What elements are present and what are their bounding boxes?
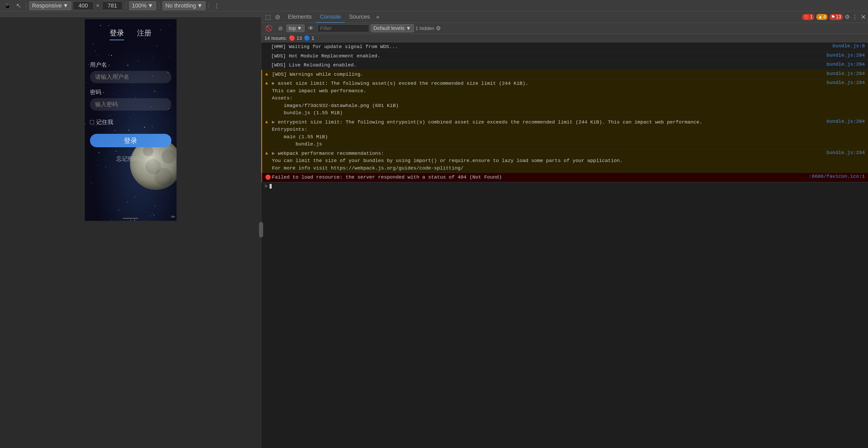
console-source-link[interactable]: bundle.js:284 bbox=[827, 80, 865, 86]
clear-console-button[interactable]: 🚫 bbox=[264, 25, 275, 32]
username-input[interactable] bbox=[90, 71, 172, 83]
log-levels-dropdown[interactable]: Default levels ▼ bbox=[371, 24, 414, 32]
issues-prefix: 14 Issues: bbox=[265, 35, 287, 41]
console-message: entrypoint size limit: The following ent… bbox=[272, 119, 825, 148]
main-content: 登录 注册 用户名 · 密码 · bbox=[0, 11, 868, 448]
cursor-icon[interactable]: ↖ bbox=[14, 2, 23, 10]
console-line-warning: ▲ entrypoint size limit: The following e… bbox=[261, 118, 868, 149]
tab-elements[interactable]: Elements bbox=[284, 11, 316, 23]
separator-4 bbox=[209, 3, 209, 9]
username-label: 用户名 · bbox=[90, 61, 172, 69]
warn-icon: ▲ bbox=[265, 81, 270, 86]
login-tabs: 登录 注册 bbox=[90, 19, 172, 40]
warn-icon: ▲ bbox=[265, 71, 270, 77]
eye-button[interactable]: 👁 bbox=[306, 25, 316, 32]
width-input[interactable] bbox=[73, 1, 94, 10]
console-input-line: > bbox=[261, 182, 868, 190]
console-source-link[interactable]: bundle.js:8 bbox=[833, 43, 865, 49]
drag-dots-icon: · · bbox=[259, 228, 261, 232]
console-cursor bbox=[270, 184, 272, 189]
options-icon[interactable]: ⋮ bbox=[212, 2, 221, 10]
devtools-panel: ⬚ ⊘ Elements Console Sources » 🔴 1 ▲ bbox=[261, 11, 868, 448]
console-line: [WDS] Hot Module Replacement enabled. bu… bbox=[261, 52, 868, 61]
console-prompt: > bbox=[265, 184, 268, 189]
devtools-tab-bar: ⬚ ⊘ Elements Console Sources » 🔴 1 ▲ bbox=[261, 11, 868, 23]
console-output[interactable]: [HMR] Waiting for update signal from WDS… bbox=[261, 42, 868, 448]
chevron-down-icon: ▼ bbox=[197, 2, 203, 9]
responsive-label: Responsive bbox=[32, 2, 62, 9]
console-message: [HMR] Waiting for update signal from WDS… bbox=[271, 43, 831, 51]
more-options-button[interactable]: ⋮ bbox=[852, 14, 858, 21]
chevron-down-icon: ▼ bbox=[63, 2, 68, 9]
close-devtools-button[interactable]: ✕ bbox=[861, 13, 866, 21]
remember-me-group: 记住我 bbox=[90, 118, 172, 126]
filter-toggle-button[interactable]: ⊘ bbox=[276, 25, 285, 32]
edit-icon: ✏ bbox=[171, 214, 176, 220]
console-source-link[interactable]: bundle.js:284 bbox=[827, 119, 865, 124]
devtools-refresh-icon[interactable]: ⊘ bbox=[274, 13, 282, 21]
mobile-icon[interactable]: 📱 bbox=[2, 2, 13, 10]
console-source-link[interactable]: bundle.js:284 bbox=[827, 150, 865, 156]
throttle-value: No throttling bbox=[165, 2, 196, 9]
expand-toggle[interactable]: asset size limit: The following asset(s)… bbox=[272, 81, 528, 116]
resize-handle[interactable]: · · bbox=[259, 222, 261, 237]
toolbar-left: 📱 ↖ Responsive ▼ × 100% ▼ No throttling … bbox=[2, 1, 866, 10]
height-input[interactable] bbox=[102, 1, 123, 10]
issues-warn-count: 🔵 1 bbox=[304, 35, 314, 41]
zoom-value: 100% bbox=[132, 2, 147, 9]
console-message: Failed to load resource: the server resp… bbox=[272, 173, 807, 181]
tab-register[interactable]: 注册 bbox=[137, 28, 152, 40]
warn-badge: ▲ 4 bbox=[816, 14, 828, 20]
tab-sources[interactable]: Sources bbox=[345, 11, 374, 23]
console-source-link[interactable]: bundle.js:284 bbox=[827, 62, 865, 67]
warn-icon: ▲ bbox=[265, 151, 270, 156]
remember-checkbox[interactable] bbox=[90, 120, 94, 124]
mobile-viewport: 登录 注册 用户名 · 密码 · bbox=[85, 19, 177, 221]
console-source-link[interactable]: bundle.js:284 bbox=[827, 53, 865, 58]
viewport-wrapper: 登录 注册 用户名 · 密码 · bbox=[0, 17, 261, 448]
password-label: 密码 · bbox=[90, 88, 172, 96]
context-label: top bbox=[289, 25, 296, 31]
console-source-link[interactable]: bundle.js:284 bbox=[827, 71, 865, 76]
chevron-down-icon: ▼ bbox=[148, 2, 153, 9]
context-dropdown[interactable]: top ▼ bbox=[286, 25, 305, 32]
hidden-count: 1 hidden bbox=[415, 26, 434, 31]
issues-error-count: 🔴 13 bbox=[289, 35, 302, 41]
tab-login[interactable]: 登录 bbox=[110, 28, 124, 40]
expand-toggle[interactable]: entrypoint size limit: The following ent… bbox=[272, 119, 702, 147]
tab-console[interactable]: Console bbox=[316, 11, 345, 23]
error-badge: 🔴 1 bbox=[802, 14, 814, 20]
throttle-dropdown[interactable]: No throttling ▼ bbox=[163, 1, 206, 10]
responsive-dropdown[interactable]: Responsive ▼ bbox=[29, 1, 71, 10]
error-icon: 🔴 bbox=[804, 14, 809, 20]
console-message: webpack performance recommendations: You… bbox=[272, 150, 825, 172]
browser-area: 登录 注册 用户名 · 密码 · bbox=[0, 11, 261, 448]
bottom-handle bbox=[123, 218, 138, 219]
console-source-link[interactable]: :8686/favicon.ico:1 bbox=[809, 173, 865, 179]
console-filter-input[interactable] bbox=[317, 24, 369, 32]
console-line-warning: ▲ [WDS] Warnings while compiling. bundle… bbox=[261, 70, 868, 79]
console-message: [WDS] Hot Module Replacement enabled. bbox=[271, 53, 825, 60]
login-container: 登录 注册 用户名 · 密码 · bbox=[85, 19, 177, 221]
issue-badge: ⚑ 13 bbox=[830, 14, 843, 20]
zoom-dropdown[interactable]: 100% ▼ bbox=[129, 1, 156, 10]
username-group: 用户名 · bbox=[90, 61, 172, 83]
password-input[interactable] bbox=[90, 98, 172, 110]
warn-icon: ▲ bbox=[265, 119, 270, 125]
login-button[interactable]: 登录 bbox=[90, 134, 172, 147]
forgot-password-link[interactable]: 忘记密码？ bbox=[90, 155, 172, 163]
ruler-bar bbox=[0, 11, 261, 17]
console-message: asset size limit: The following asset(s)… bbox=[272, 80, 825, 117]
remember-label: 记住我 bbox=[96, 118, 113, 126]
console-settings-button[interactable]: ⚙ bbox=[436, 25, 441, 32]
devtools-back-icon[interactable]: ⬚ bbox=[264, 13, 273, 21]
log-levels-label: Default levels bbox=[373, 25, 405, 31]
chevron-down-icon: ▼ bbox=[297, 25, 302, 31]
devtools-header-right: 🔴 1 ▲ 4 ⚑ 13 ⚙ ⋮ ✕ bbox=[802, 13, 866, 21]
console-message: [WDS] Live Reloading enabled. bbox=[271, 62, 825, 69]
settings-button[interactable]: ⚙ bbox=[845, 14, 850, 21]
more-tabs-icon[interactable]: » bbox=[374, 14, 381, 21]
expand-toggle[interactable]: webpack performance recommendations: You… bbox=[272, 151, 623, 171]
console-message: [WDS] Warnings while compiling. bbox=[272, 71, 825, 78]
devtools-nav: ⬚ ⊘ bbox=[264, 13, 282, 21]
